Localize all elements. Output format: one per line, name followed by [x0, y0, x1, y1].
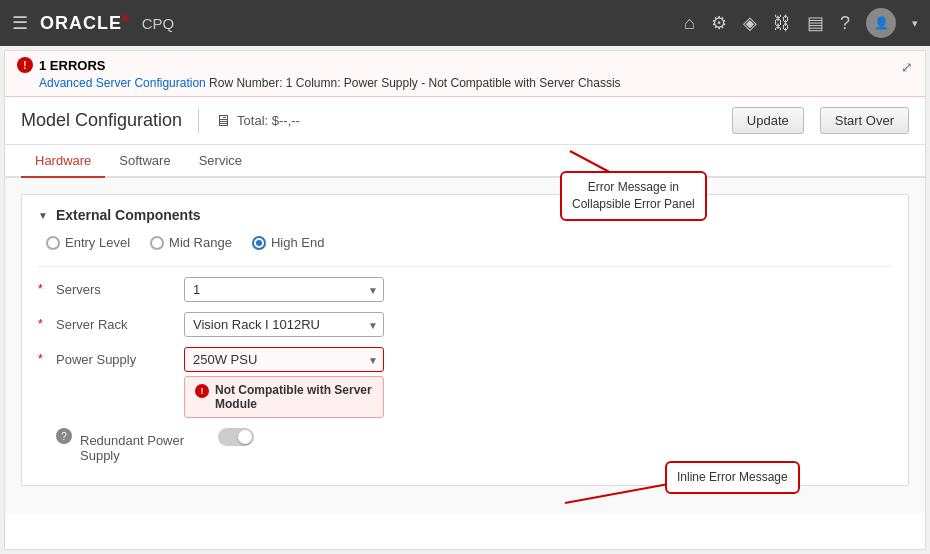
error-detail: Advanced Server Configuration Row Number… [17, 76, 913, 90]
radio-entry-level[interactable]: Entry Level [46, 235, 130, 250]
avatar[interactable]: 👤 [866, 8, 896, 38]
radio-mid-range-label: Mid Range [169, 235, 232, 250]
external-components-section: ▼ External Components Entry Level Mid Ra… [21, 194, 909, 486]
inline-error-text: Not Compatible with Server Module [215, 383, 373, 411]
total-icon: 🖥 [215, 112, 231, 130]
tab-service[interactable]: Service [185, 145, 256, 178]
redundant-required-star [38, 433, 48, 447]
servers-row: * Servers 1 ▼ [38, 277, 892, 302]
home-icon[interactable]: ⌂ [684, 13, 695, 34]
oracle-logo: ORACLE® [40, 13, 130, 34]
server-rack-row: * Server Rack Vision Rack I 1012RU ▼ [38, 312, 892, 337]
layers-icon[interactable]: ◈ [743, 12, 757, 34]
servers-control: 1 ▼ [184, 277, 892, 302]
servers-label: Servers [56, 277, 176, 297]
power-supply-label: Power Supply [56, 347, 176, 367]
server-rack-select[interactable]: Vision Rack I 1012RU [184, 312, 384, 337]
redundant-toggle[interactable] [218, 428, 254, 446]
radio-entry-level-label: Entry Level [65, 235, 130, 250]
radio-high-end-label: High End [271, 235, 324, 250]
tab-hardware[interactable]: Hardware [21, 145, 105, 178]
gear-icon[interactable]: ⚙ [711, 12, 727, 34]
total-label: Total: $--,-- [237, 113, 300, 128]
start-over-button[interactable]: Start Over [820, 107, 909, 134]
inline-error-dot-icon: ! [195, 384, 209, 398]
form-divider-1 [38, 266, 892, 267]
content-area: ▼ External Components Entry Level Mid Ra… [5, 178, 925, 513]
list-icon[interactable]: ▤ [807, 12, 824, 34]
total-area: 🖥 Total: $--,-- [215, 112, 300, 130]
toggle-thumb [238, 430, 252, 444]
radio-mid-range[interactable]: Mid Range [150, 235, 232, 250]
radio-entry-level-circle[interactable] [46, 236, 60, 250]
redundant-power-supply-row: ? Redundant Power Supply [38, 428, 892, 463]
power-supply-control: 250W PSU ▼ ! Not Compatible with Server … [184, 347, 892, 418]
power-supply-select-wrapper: 250W PSU ▼ [184, 347, 384, 372]
section-title: External Components [56, 207, 201, 223]
error-link[interactable]: Advanced Server Configuration [39, 76, 206, 90]
radio-high-end-circle[interactable] [252, 236, 266, 250]
redundant-control [218, 428, 892, 446]
error-panel: ! 1 ERRORS Advanced Server Configuration… [5, 51, 925, 97]
radio-high-end[interactable]: High End [252, 235, 324, 250]
model-config-header: Model Configuration 🖥 Total: $--,-- Upda… [5, 97, 925, 145]
main-content: ! 1 ERRORS Advanced Server Configuration… [4, 50, 926, 550]
server-rack-control: Vision Rack I 1012RU ▼ [184, 312, 892, 337]
power-supply-select[interactable]: 250W PSU [184, 347, 384, 372]
radio-group: Entry Level Mid Range High End [38, 235, 892, 250]
model-config-title: Model Configuration [21, 110, 182, 131]
cpq-label: CPQ [142, 15, 175, 32]
top-navigation: ☰ ORACLE® CPQ ⌂ ⚙ ◈ ⛓ ▤ ? 👤 ▾ [0, 0, 930, 46]
server-rack-required-star: * [38, 317, 48, 331]
inline-error-box: ! Not Compatible with Server Module [184, 376, 384, 418]
redundant-help-icon[interactable]: ? [56, 428, 72, 444]
error-detail-text: Row Number: 1 Column: Power Supply - Not… [209, 76, 621, 90]
tab-software[interactable]: Software [105, 145, 184, 178]
server-rack-select-wrapper: Vision Rack I 1012RU ▼ [184, 312, 384, 337]
power-supply-required-star: * [38, 352, 48, 366]
help-icon[interactable]: ? [840, 13, 850, 34]
collapse-triangle-icon[interactable]: ▼ [38, 210, 48, 221]
radio-mid-range-circle[interactable] [150, 236, 164, 250]
nav-icons-group: ⌂ ⚙ ◈ ⛓ ▤ ? 👤 ▾ [684, 8, 918, 38]
error-count: 1 ERRORS [39, 58, 105, 73]
update-button[interactable]: Update [732, 107, 804, 134]
avatar-dropdown-arrow[interactable]: ▾ [912, 17, 918, 30]
collapse-icon[interactable]: ⤢ [901, 59, 913, 75]
tabs-row: Hardware Software Service [5, 145, 925, 178]
section-header: ▼ External Components [38, 207, 892, 223]
avatar-icon: 👤 [874, 16, 889, 30]
hamburger-menu[interactable]: ☰ [12, 12, 28, 34]
error-dot-icon: ! [17, 57, 33, 73]
servers-select-wrapper: 1 ▼ [184, 277, 384, 302]
redundant-label: Redundant Power Supply [80, 428, 210, 463]
server-rack-label: Server Rack [56, 312, 176, 332]
servers-required-star: * [38, 282, 48, 296]
power-supply-row: * Power Supply 250W PSU ▼ ! Not Compatib… [38, 347, 892, 418]
header-divider [198, 109, 199, 133]
network-icon[interactable]: ⛓ [773, 13, 791, 34]
servers-select[interactable]: 1 [184, 277, 384, 302]
